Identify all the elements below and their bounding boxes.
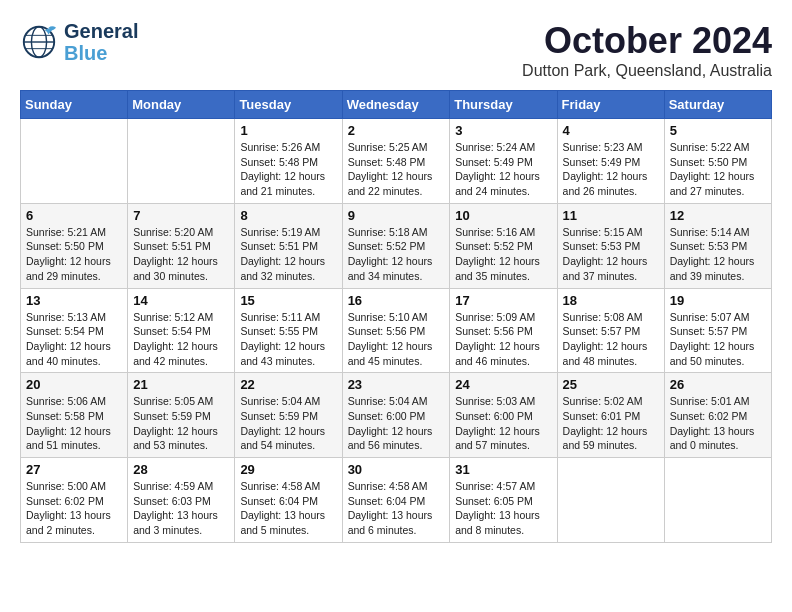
day-number: 22 <box>240 377 336 392</box>
day-info: Sunrise: 5:02 AMSunset: 6:01 PMDaylight:… <box>563 394 659 453</box>
calendar-cell: 2Sunrise: 5:25 AMSunset: 5:48 PMDaylight… <box>342 119 450 204</box>
day-info: Sunrise: 5:25 AMSunset: 5:48 PMDaylight:… <box>348 140 445 199</box>
day-number: 1 <box>240 123 336 138</box>
day-number: 9 <box>348 208 445 223</box>
day-info: Sunrise: 4:58 AMSunset: 6:04 PMDaylight:… <box>240 479 336 538</box>
calendar-cell: 23Sunrise: 5:04 AMSunset: 6:00 PMDayligh… <box>342 373 450 458</box>
day-info: Sunrise: 5:24 AMSunset: 5:49 PMDaylight:… <box>455 140 551 199</box>
calendar-cell: 25Sunrise: 5:02 AMSunset: 6:01 PMDayligh… <box>557 373 664 458</box>
calendar-day-header: Sunday <box>21 91 128 119</box>
day-number: 19 <box>670 293 766 308</box>
calendar-cell: 31Sunrise: 4:57 AMSunset: 6:05 PMDayligh… <box>450 458 557 543</box>
calendar-cell: 26Sunrise: 5:01 AMSunset: 6:02 PMDayligh… <box>664 373 771 458</box>
day-number: 18 <box>563 293 659 308</box>
calendar-cell: 4Sunrise: 5:23 AMSunset: 5:49 PMDaylight… <box>557 119 664 204</box>
calendar-cell: 18Sunrise: 5:08 AMSunset: 5:57 PMDayligh… <box>557 288 664 373</box>
title-block: October 2024 Dutton Park, Queensland, Au… <box>522 20 772 80</box>
day-info: Sunrise: 5:00 AMSunset: 6:02 PMDaylight:… <box>26 479 122 538</box>
day-number: 7 <box>133 208 229 223</box>
day-number: 12 <box>670 208 766 223</box>
calendar-header-row: SundayMondayTuesdayWednesdayThursdayFrid… <box>21 91 772 119</box>
logo-text-general: General <box>64 20 138 42</box>
day-info: Sunrise: 4:59 AMSunset: 6:03 PMDaylight:… <box>133 479 229 538</box>
calendar-cell <box>664 458 771 543</box>
day-number: 15 <box>240 293 336 308</box>
calendar-cell: 7Sunrise: 5:20 AMSunset: 5:51 PMDaylight… <box>128 203 235 288</box>
day-number: 30 <box>348 462 445 477</box>
day-info: Sunrise: 5:23 AMSunset: 5:49 PMDaylight:… <box>563 140 659 199</box>
day-number: 25 <box>563 377 659 392</box>
day-info: Sunrise: 5:20 AMSunset: 5:51 PMDaylight:… <box>133 225 229 284</box>
day-number: 27 <box>26 462 122 477</box>
calendar-cell: 10Sunrise: 5:16 AMSunset: 5:52 PMDayligh… <box>450 203 557 288</box>
location: Dutton Park, Queensland, Australia <box>522 62 772 80</box>
calendar-cell <box>128 119 235 204</box>
day-number: 26 <box>670 377 766 392</box>
day-info: Sunrise: 5:08 AMSunset: 5:57 PMDaylight:… <box>563 310 659 369</box>
day-info: Sunrise: 5:18 AMSunset: 5:52 PMDaylight:… <box>348 225 445 284</box>
day-info: Sunrise: 5:19 AMSunset: 5:51 PMDaylight:… <box>240 225 336 284</box>
day-info: Sunrise: 5:09 AMSunset: 5:56 PMDaylight:… <box>455 310 551 369</box>
calendar-cell: 15Sunrise: 5:11 AMSunset: 5:55 PMDayligh… <box>235 288 342 373</box>
calendar-cell: 30Sunrise: 4:58 AMSunset: 6:04 PMDayligh… <box>342 458 450 543</box>
day-number: 6 <box>26 208 122 223</box>
day-number: 2 <box>348 123 445 138</box>
calendar-day-header: Friday <box>557 91 664 119</box>
day-info: Sunrise: 5:04 AMSunset: 5:59 PMDaylight:… <box>240 394 336 453</box>
day-info: Sunrise: 5:12 AMSunset: 5:54 PMDaylight:… <box>133 310 229 369</box>
day-number: 16 <box>348 293 445 308</box>
day-number: 5 <box>670 123 766 138</box>
calendar-cell <box>557 458 664 543</box>
day-info: Sunrise: 5:11 AMSunset: 5:55 PMDaylight:… <box>240 310 336 369</box>
day-info: Sunrise: 5:06 AMSunset: 5:58 PMDaylight:… <box>26 394 122 453</box>
calendar-day-header: Tuesday <box>235 91 342 119</box>
calendar-day-header: Wednesday <box>342 91 450 119</box>
day-number: 24 <box>455 377 551 392</box>
day-info: Sunrise: 5:15 AMSunset: 5:53 PMDaylight:… <box>563 225 659 284</box>
calendar-cell: 11Sunrise: 5:15 AMSunset: 5:53 PMDayligh… <box>557 203 664 288</box>
calendar-day-header: Saturday <box>664 91 771 119</box>
calendar-week-row: 27Sunrise: 5:00 AMSunset: 6:02 PMDayligh… <box>21 458 772 543</box>
calendar-week-row: 20Sunrise: 5:06 AMSunset: 5:58 PMDayligh… <box>21 373 772 458</box>
calendar-week-row: 13Sunrise: 5:13 AMSunset: 5:54 PMDayligh… <box>21 288 772 373</box>
calendar-day-header: Thursday <box>450 91 557 119</box>
calendar-cell: 24Sunrise: 5:03 AMSunset: 6:00 PMDayligh… <box>450 373 557 458</box>
day-info: Sunrise: 4:57 AMSunset: 6:05 PMDaylight:… <box>455 479 551 538</box>
calendar-cell: 3Sunrise: 5:24 AMSunset: 5:49 PMDaylight… <box>450 119 557 204</box>
calendar-day-header: Monday <box>128 91 235 119</box>
calendar-week-row: 6Sunrise: 5:21 AMSunset: 5:50 PMDaylight… <box>21 203 772 288</box>
calendar-cell: 13Sunrise: 5:13 AMSunset: 5:54 PMDayligh… <box>21 288 128 373</box>
logo-text-blue: Blue <box>64 42 107 64</box>
logo: General Blue <box>20 20 138 64</box>
calendar-week-row: 1Sunrise: 5:26 AMSunset: 5:48 PMDaylight… <box>21 119 772 204</box>
calendar-cell: 20Sunrise: 5:06 AMSunset: 5:58 PMDayligh… <box>21 373 128 458</box>
day-number: 3 <box>455 123 551 138</box>
calendar-cell: 19Sunrise: 5:07 AMSunset: 5:57 PMDayligh… <box>664 288 771 373</box>
logo-icon <box>20 23 58 61</box>
day-info: Sunrise: 5:03 AMSunset: 6:00 PMDaylight:… <box>455 394 551 453</box>
day-info: Sunrise: 5:01 AMSunset: 6:02 PMDaylight:… <box>670 394 766 453</box>
page-header: General Blue October 2024 Dutton Park, Q… <box>20 20 772 80</box>
day-number: 14 <box>133 293 229 308</box>
day-number: 13 <box>26 293 122 308</box>
day-info: Sunrise: 5:16 AMSunset: 5:52 PMDaylight:… <box>455 225 551 284</box>
calendar-table: SundayMondayTuesdayWednesdayThursdayFrid… <box>20 90 772 543</box>
calendar-cell: 22Sunrise: 5:04 AMSunset: 5:59 PMDayligh… <box>235 373 342 458</box>
day-info: Sunrise: 4:58 AMSunset: 6:04 PMDaylight:… <box>348 479 445 538</box>
day-number: 23 <box>348 377 445 392</box>
day-number: 8 <box>240 208 336 223</box>
day-number: 20 <box>26 377 122 392</box>
day-number: 21 <box>133 377 229 392</box>
day-info: Sunrise: 5:05 AMSunset: 5:59 PMDaylight:… <box>133 394 229 453</box>
day-number: 11 <box>563 208 659 223</box>
day-info: Sunrise: 5:10 AMSunset: 5:56 PMDaylight:… <box>348 310 445 369</box>
day-info: Sunrise: 5:04 AMSunset: 6:00 PMDaylight:… <box>348 394 445 453</box>
calendar-cell: 21Sunrise: 5:05 AMSunset: 5:59 PMDayligh… <box>128 373 235 458</box>
day-info: Sunrise: 5:21 AMSunset: 5:50 PMDaylight:… <box>26 225 122 284</box>
day-number: 28 <box>133 462 229 477</box>
calendar-cell: 28Sunrise: 4:59 AMSunset: 6:03 PMDayligh… <box>128 458 235 543</box>
month-title: October 2024 <box>522 20 772 62</box>
calendar-cell: 17Sunrise: 5:09 AMSunset: 5:56 PMDayligh… <box>450 288 557 373</box>
day-number: 31 <box>455 462 551 477</box>
calendar-cell: 6Sunrise: 5:21 AMSunset: 5:50 PMDaylight… <box>21 203 128 288</box>
